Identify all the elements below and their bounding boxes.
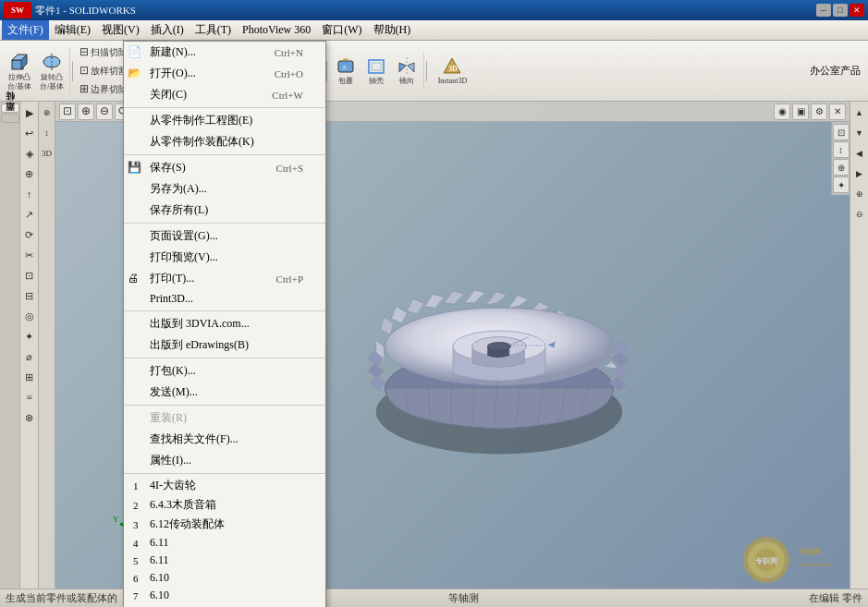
left-strip2-btn-2[interactable]: ↕	[39, 124, 55, 142]
left-strip-btn-6[interactable]: ↗	[20, 205, 39, 224]
left-strip-btn-8[interactable]: ✂	[20, 246, 39, 264]
vp-zoom-in[interactable]: ⊕	[78, 103, 94, 120]
svg-point-35	[487, 342, 510, 349]
right-btn-4[interactable]: ▶	[850, 164, 869, 183]
menu-save[interactable]: 💾 保存(S) Ctrl+S	[124, 157, 325, 178]
sep-1	[124, 107, 325, 108]
recent-6[interactable]: 6 6.10	[124, 569, 325, 587]
menu-publish-edrawings[interactable]: 出版到 eDrawings(B)	[124, 334, 325, 356]
extrude-boss-button[interactable]: 拉伸凸台/基体	[4, 49, 35, 92]
svg-rect-20	[372, 63, 381, 70]
right-btn-5[interactable]: ⊕	[850, 185, 869, 203]
vp-right-btn-2[interactable]: ↕	[833, 141, 850, 158]
vp-right-btn-1[interactable]: ⊡	[833, 124, 850, 140]
vp-display-style[interactable]: ◉	[774, 103, 790, 120]
recent-2[interactable]: 2 6.4.3木质音箱	[124, 495, 325, 515]
menu-new[interactable]: 📄 新建(N)... Ctrl+N	[124, 42, 325, 63]
vp-zoom-out[interactable]: ⊖	[96, 103, 113, 120]
menu-photoview[interactable]: PhotoView 360	[237, 20, 316, 40]
recent-3[interactable]: 3 6.12传动装配体	[124, 515, 325, 534]
recent-7[interactable]: 7 6.10	[124, 587, 325, 604]
right-btn-3[interactable]: ◀	[850, 144, 869, 163]
watermark-svg: 专职网 专职网 Zhuanzhi.Net	[739, 534, 840, 585]
extrude-icon	[8, 51, 31, 73]
menu-print-preview[interactable]: 打印预览(V)...	[124, 247, 325, 268]
vp-right-btn-4[interactable]: ✦	[833, 176, 850, 193]
left-strip-btn-2[interactable]: ↩	[20, 124, 39, 142]
menu-page-setup[interactable]: 页面设置(G)...	[124, 225, 325, 247]
right-btn-2[interactable]: ▼	[850, 124, 869, 142]
new-icon: 📄	[128, 45, 141, 59]
left-strip-btn-14[interactable]: ⊞	[20, 368, 39, 386]
menu-help[interactable]: 帮助(H)	[368, 20, 417, 40]
sep-5	[124, 358, 325, 358]
menubar: 文件(F) 编辑(E) 视图(V) 插入(I) 工具(T) PhotoView …	[0, 20, 868, 41]
vp-settings[interactable]: ⚙	[811, 103, 827, 120]
menu-print[interactable]: 🖨 打印(T)... Ctrl+P	[124, 268, 325, 289]
left-strip-btn-11[interactable]: ◎	[20, 307, 39, 325]
close-button[interactable]: ✕	[850, 4, 864, 17]
left-strip-btn-10[interactable]: ⊟	[20, 286, 39, 305]
left-strip-btn-15[interactable]: ≡	[20, 388, 39, 407]
revolve-boss-button[interactable]: 旋转凸台/基体	[36, 49, 67, 92]
right-btn-6[interactable]: ⊖	[850, 205, 869, 224]
shell-icon	[366, 55, 386, 76]
left-strip-btn-1[interactable]: ▶	[20, 103, 39, 122]
revolve-icon	[41, 51, 63, 73]
menu-print3d[interactable]: Print3D...	[124, 289, 325, 309]
menu-reload[interactable]: 重装(R)	[124, 407, 325, 429]
left-strip-btn-3[interactable]: ◈	[20, 144, 39, 163]
left-strip-btn-5[interactable]: ↑	[20, 185, 39, 203]
sw-logo: SW	[4, 2, 31, 18]
vp-zoom-fit[interactable]: ⊡	[59, 103, 76, 120]
shell-button[interactable]: 抽壳	[361, 54, 391, 88]
menu-file[interactable]: 文件(F)	[2, 20, 49, 40]
left-icon-strip-2: ⊕ ↕ 3D	[39, 102, 55, 598]
left-strip-btn-12[interactable]: ✦	[20, 327, 39, 346]
vp-close[interactable]: ✕	[829, 103, 846, 120]
tab-sketch[interactable]: 草图	[1, 114, 19, 123]
maximize-button[interactable]: □	[833, 4, 848, 17]
open-icon: 📂	[128, 67, 141, 80]
menu-properties[interactable]: 属性(I)...	[124, 450, 325, 471]
svg-rect-19	[369, 60, 384, 73]
menu-pack-and-go[interactable]: 打包(K)...	[124, 360, 325, 382]
window-title: 零件1 - SOLIDWORKS	[35, 4, 136, 18]
menu-insert[interactable]: 插入(I)	[145, 20, 189, 40]
left-strip-btn-9[interactable]: ⊡	[20, 266, 39, 285]
left-strip-btn-13[interactable]: ⌀	[20, 347, 39, 366]
menu-edit[interactable]: 编辑(E)	[49, 20, 96, 40]
recent-5[interactable]: 5 6.11	[124, 552, 325, 569]
left-strip2-btn-1[interactable]: ⊕	[39, 103, 55, 122]
menu-find-references[interactable]: 查找相关文件(F)...	[124, 429, 325, 450]
right-btn-1[interactable]: ▲	[850, 103, 869, 122]
instant3d-button[interactable]: 3D Instant3D	[429, 55, 475, 88]
menu-send[interactable]: 发送(M)...	[124, 382, 325, 403]
file-dropdown-menu: 📄 新建(N)... Ctrl+N 📂 打开(O)... Ctrl+O 关闭(C…	[123, 41, 326, 607]
recent-4[interactable]: 4 6.11	[124, 534, 325, 552]
status-left: 生成当前零件或装配体的	[6, 591, 117, 605]
menu-window[interactable]: 窗口(W)	[316, 20, 367, 40]
menu-save-as[interactable]: 另存为(A)...	[124, 178, 325, 200]
menu-tools[interactable]: 工具(T)	[189, 20, 237, 40]
office-product-tab[interactable]: 办公室产品	[804, 64, 866, 78]
menu-view[interactable]: 视图(V)	[96, 20, 145, 40]
menu-open[interactable]: 📂 打开(O)... Ctrl+O	[124, 63, 325, 84]
minimize-button[interactable]: ─	[816, 4, 831, 17]
left-strip2-btn-3[interactable]: 3D	[39, 144, 55, 163]
recent-1[interactable]: 1 4I-大齿轮	[124, 476, 325, 495]
left-strip-btn-16[interactable]: ⊗	[20, 408, 39, 427]
tab-feature[interactable]: 特征	[1, 103, 19, 113]
mirror-button[interactable]: 镜向	[392, 54, 422, 88]
vp-right-btn-3[interactable]: ⊕	[833, 159, 850, 176]
menu-close[interactable]: 关闭(C) Ctrl+W	[124, 84, 325, 105]
menu-make-assembly[interactable]: 从零件制作装配体(K)	[124, 131, 325, 152]
vp-view-orient[interactable]: ▣	[792, 103, 809, 120]
svg-text:Zhuanzhi.Net: Zhuanzhi.Net	[799, 561, 834, 568]
left-strip-btn-4[interactable]: ⊕	[20, 164, 39, 183]
wrap-button[interactable]: A 包覆	[331, 54, 361, 88]
menu-save-all[interactable]: 保存所有(L)	[124, 200, 325, 221]
menu-make-drawing[interactable]: 从零件制作工程图(E)	[124, 110, 325, 131]
left-strip-btn-7[interactable]: ⟳	[20, 225, 39, 244]
menu-publish-3dvia[interactable]: 出版到 3DVIA.com...	[124, 313, 325, 334]
